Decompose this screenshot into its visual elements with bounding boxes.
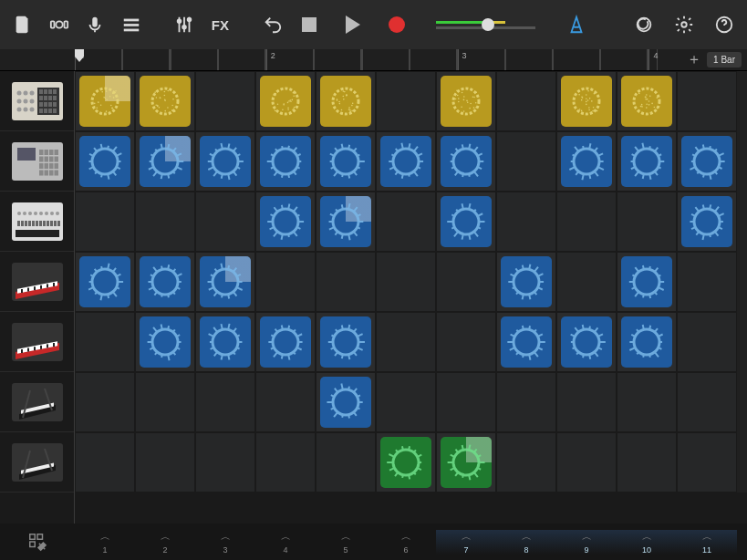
loop-cell-r4-c2[interactable] bbox=[195, 312, 255, 372]
empty-cell-r0-c5[interactable] bbox=[376, 71, 436, 131]
mic-button[interactable] bbox=[79, 9, 110, 40]
empty-cell-r0-c10[interactable] bbox=[677, 71, 737, 131]
loop-cell-r1-c4[interactable] bbox=[316, 131, 376, 192]
loop-cell-r2-c3[interactable] bbox=[255, 192, 316, 252]
settings-button[interactable] bbox=[669, 9, 700, 40]
track-header-keys-red-2[interactable] bbox=[0, 312, 74, 372]
empty-cell-r5-c6[interactable] bbox=[436, 372, 496, 432]
loop-cell-r4-c3[interactable] bbox=[255, 312, 316, 372]
column-trigger-7[interactable]: ︿7 bbox=[436, 530, 496, 555]
loop-cell-r5-c4[interactable] bbox=[316, 372, 376, 432]
loop-cell-r0-c4[interactable] bbox=[316, 71, 376, 131]
loop-clip-yellow[interactable] bbox=[320, 76, 371, 127]
playhead[interactable] bbox=[75, 49, 84, 71]
empty-cell-r6-c8[interactable] bbox=[556, 432, 617, 493]
empty-cell-r3-c5[interactable] bbox=[376, 252, 436, 312]
loop-cell-r1-c8[interactable] bbox=[556, 131, 617, 192]
loop-clip-blue[interactable] bbox=[621, 316, 672, 368]
empty-cell-r6-c1[interactable] bbox=[135, 432, 195, 493]
loop-cell-r1-c5[interactable] bbox=[376, 131, 436, 192]
column-trigger-3[interactable]: ︿3 bbox=[195, 530, 255, 555]
empty-cell-r2-c8[interactable] bbox=[556, 192, 617, 252]
loop-cell-r0-c8[interactable] bbox=[556, 71, 617, 131]
loop-clip-blue[interactable] bbox=[501, 316, 552, 368]
empty-cell-r6-c4[interactable] bbox=[316, 432, 376, 493]
empty-cell-r3-c3[interactable] bbox=[255, 252, 316, 312]
loop-cell-r3-c2[interactable] bbox=[195, 252, 255, 312]
loop-clip-blue[interactable] bbox=[200, 136, 251, 187]
empty-cell-r5-c2[interactable] bbox=[195, 372, 255, 432]
add-section-button[interactable]: ＋ bbox=[687, 50, 701, 69]
empty-cell-r2-c7[interactable] bbox=[496, 192, 556, 252]
empty-cell-r2-c2[interactable] bbox=[195, 192, 255, 252]
loop-cell-r1-c10[interactable] bbox=[677, 131, 737, 192]
empty-cell-r2-c5[interactable] bbox=[376, 192, 436, 252]
stop-button[interactable] bbox=[294, 9, 325, 40]
empty-cell-r5-c7[interactable] bbox=[496, 372, 556, 432]
empty-cell-r4-c5[interactable] bbox=[376, 312, 436, 372]
loop-clip-blue[interactable] bbox=[260, 136, 311, 187]
loop-clip-blue[interactable] bbox=[320, 136, 371, 187]
loop-clip-blue[interactable] bbox=[140, 256, 191, 307]
column-trigger-11[interactable]: ︿11 bbox=[677, 530, 737, 555]
loop-cell-r3-c7[interactable] bbox=[496, 252, 556, 312]
loop-clip-yellow[interactable] bbox=[621, 76, 672, 127]
empty-cell-r1-c7[interactable] bbox=[496, 131, 556, 192]
mixer-button[interactable] bbox=[169, 9, 200, 40]
loop-cell-r2-c6[interactable] bbox=[436, 192, 496, 252]
loop-cell-r4-c4[interactable] bbox=[316, 312, 376, 372]
loop-cell-r4-c1[interactable] bbox=[135, 312, 195, 372]
loop-clip-blue[interactable] bbox=[681, 196, 732, 247]
loop-clip-yellow[interactable] bbox=[140, 76, 191, 127]
empty-cell-r6-c0[interactable] bbox=[75, 432, 135, 493]
loop-clip-blue[interactable] bbox=[79, 256, 130, 307]
loop-clip-blue[interactable] bbox=[200, 316, 251, 368]
loop-cell-r3-c9[interactable] bbox=[617, 252, 677, 312]
loop-clip-yellow[interactable] bbox=[561, 76, 612, 127]
loop-clip-blue[interactable] bbox=[441, 136, 492, 187]
loop-clip-blue[interactable] bbox=[320, 196, 371, 247]
empty-cell-r5-c1[interactable] bbox=[135, 372, 195, 432]
track-header-drum-machine-2[interactable] bbox=[0, 131, 74, 192]
help-button[interactable] bbox=[709, 9, 740, 40]
loop-clip-blue[interactable] bbox=[79, 136, 130, 187]
empty-cell-r3-c8[interactable] bbox=[556, 252, 617, 312]
loop-cell-r4-c8[interactable] bbox=[556, 312, 617, 372]
loop-clip-blue[interactable] bbox=[441, 196, 492, 247]
volume-thumb[interactable] bbox=[482, 18, 494, 31]
volume-slider[interactable] bbox=[436, 16, 535, 34]
loop-clip-blue[interactable] bbox=[260, 316, 311, 368]
loop-clip-blue[interactable] bbox=[200, 256, 251, 307]
empty-cell-r4-c0[interactable] bbox=[75, 312, 135, 372]
empty-cell-r6-c2[interactable] bbox=[195, 432, 255, 493]
loop-clip-blue[interactable] bbox=[320, 377, 371, 428]
loop-clip-blue[interactable] bbox=[681, 136, 732, 187]
loop-clip-blue[interactable] bbox=[621, 256, 672, 307]
loop-clip-blue[interactable] bbox=[501, 256, 552, 307]
record-button[interactable] bbox=[381, 9, 412, 40]
loop-clip-blue[interactable] bbox=[561, 136, 612, 187]
loop-button[interactable] bbox=[628, 9, 659, 40]
column-trigger-2[interactable]: ︿2 bbox=[135, 530, 195, 555]
empty-cell-r4-c10[interactable] bbox=[677, 312, 737, 372]
column-trigger-4[interactable]: ︿4 bbox=[255, 530, 316, 555]
empty-cell-r2-c1[interactable] bbox=[135, 192, 195, 252]
loop-cell-r6-c5[interactable] bbox=[376, 432, 436, 493]
track-header-bass-synth[interactable] bbox=[0, 192, 74, 252]
track-header-keys-red-1[interactable] bbox=[0, 252, 74, 312]
empty-cell-r4-c6[interactable] bbox=[436, 312, 496, 372]
tracks-button[interactable] bbox=[116, 9, 147, 40]
loop-cell-r1-c2[interactable] bbox=[195, 131, 255, 192]
column-trigger-8[interactable]: ︿8 bbox=[496, 530, 556, 555]
loop-cell-r2-c10[interactable] bbox=[677, 192, 737, 252]
column-trigger-9[interactable]: ︿9 bbox=[556, 530, 617, 555]
metronome-button[interactable] bbox=[561, 9, 592, 40]
column-trigger-10[interactable]: ︿10 bbox=[617, 530, 677, 555]
loop-clip-yellow[interactable] bbox=[79, 76, 130, 127]
loop-cell-r0-c3[interactable] bbox=[255, 71, 316, 131]
loop-cell-r1-c6[interactable] bbox=[436, 131, 496, 192]
loop-cell-r1-c3[interactable] bbox=[255, 131, 316, 192]
empty-cell-r5-c8[interactable] bbox=[556, 372, 617, 432]
grid-edit-button[interactable] bbox=[22, 526, 53, 557]
loop-clip-blue[interactable] bbox=[320, 316, 371, 368]
